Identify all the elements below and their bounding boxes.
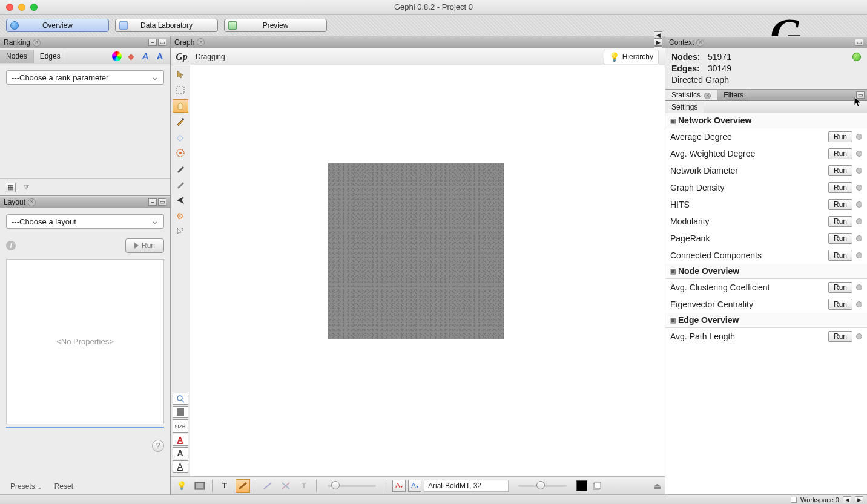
run-button[interactable]: Run — [828, 299, 852, 310]
attributes-config-icon[interactable] — [591, 480, 603, 492]
run-button[interactable]: Run — [828, 182, 852, 193]
section-network-overview[interactable]: ▣Network Overview — [665, 113, 867, 128]
label-color-icon[interactable]: A — [140, 51, 151, 62]
painter-tool-icon[interactable] — [173, 146, 188, 160]
status-dot-icon[interactable] — [856, 201, 862, 208]
font-color-mode-icon[interactable]: A▾ — [408, 480, 421, 492]
edge-weight-slider[interactable] — [328, 485, 376, 487]
lock-icon[interactable]: ⏏ — [653, 481, 661, 491]
font-selector[interactable]: Arial-BoldMT, 32 — [424, 480, 509, 492]
show-node-labels-icon[interactable]: T — [217, 479, 232, 493]
info-icon[interactable]: i — [6, 241, 16, 250]
run-button[interactable]: Run — [828, 233, 852, 244]
nav-prev-button[interactable]: ◀ — [654, 31, 662, 39]
label-size-icon[interactable]: A — [154, 51, 165, 62]
layout-dropdown[interactable]: ---Choose a layout — [6, 214, 164, 229]
reset-label-color-icon[interactable]: A — [173, 434, 188, 446]
close-icon[interactable]: × — [704, 93, 711, 99]
status-dot-icon[interactable] — [856, 134, 862, 140]
ranking-tab-edges[interactable]: Edges — [34, 50, 67, 63]
run-button[interactable]: Run — [828, 216, 852, 227]
tab-preview[interactable]: Preview — [224, 19, 327, 32]
graph-tab[interactable]: Graph — [174, 38, 194, 47]
status-dot-icon[interactable] — [856, 185, 862, 191]
screenshot-icon[interactable] — [193, 479, 207, 493]
workspace-next-button[interactable]: ▶ — [855, 496, 863, 503]
minimize-panel-button[interactable]: – — [148, 198, 157, 206]
nav-next-button[interactable]: ▶ — [654, 39, 662, 46]
show-edge-labels-icon[interactable]: T — [297, 479, 311, 493]
label-size-slider[interactable] — [518, 485, 567, 487]
diamond-icon[interactable]: ◆ — [125, 51, 136, 62]
status-dot-icon[interactable] — [856, 218, 862, 224]
reset-button[interactable]: Reset — [50, 480, 77, 493]
run-button[interactable]: Run — [828, 331, 852, 342]
font-size-mode-icon[interactable]: A▾ — [392, 480, 406, 492]
show-edges-icon[interactable] — [236, 479, 250, 493]
run-button[interactable]: Run — [828, 199, 852, 210]
run-button[interactable]: Run — [828, 282, 852, 293]
context-body: Nodes: 51971 Edges: 30149 Directed Graph — [665, 48, 867, 89]
maximize-panel-button[interactable]: ▭ — [855, 39, 863, 46]
section-edge-overview[interactable]: ▣Edge Overview — [665, 313, 867, 328]
minimize-panel-button[interactable]: – — [148, 39, 157, 46]
help-icon[interactable]: ? — [152, 440, 164, 452]
ranking-tab-nodes[interactable]: Nodes — [0, 50, 34, 63]
close-icon[interactable]: × — [696, 39, 704, 47]
section-node-overview[interactable]: ▣Node Overview — [665, 264, 867, 279]
brush-tool-icon[interactable] — [173, 115, 188, 128]
reset-size-icon[interactable]: size — [173, 419, 188, 433]
workspace-label[interactable]: Workspace 0 — [800, 496, 839, 503]
status-dot-icon[interactable] — [856, 235, 862, 241]
close-icon[interactable]: × — [28, 198, 36, 206]
run-button[interactable]: Run — [828, 250, 852, 261]
tab-filters[interactable]: Filters — [717, 90, 750, 100]
pencil-tool-icon[interactable] — [173, 162, 188, 175]
close-icon[interactable]: × — [197, 38, 205, 46]
maximize-panel-button[interactable]: ▭ — [158, 198, 166, 206]
rank-parameter-dropdown[interactable]: ---Choose a rank parameter — [6, 70, 164, 85]
filter-icon[interactable]: ⧩ — [21, 183, 31, 192]
reset-label-visible-icon[interactable]: A — [173, 447, 188, 459]
sizer-tool-icon[interactable]: ◇ — [173, 131, 188, 144]
maximize-panel-button[interactable]: ▭ — [856, 91, 865, 99]
status-dot-icon[interactable] — [856, 168, 862, 174]
edge-color-mixed-icon[interactable] — [279, 479, 293, 493]
run-button[interactable]: Run — [828, 148, 852, 159]
svg-line-10 — [264, 483, 271, 489]
tab-data-laboratory[interactable]: Data Laboratory — [115, 19, 218, 32]
hierarchy-button[interactable]: 💡 Hierarchy — [604, 50, 659, 64]
eraser-tool-icon[interactable] — [173, 178, 188, 191]
pointer-tool-icon[interactable] — [173, 68, 188, 81]
reset-label-size-icon[interactable]: A — [173, 460, 188, 473]
tab-overview[interactable]: Overview — [6, 19, 109, 32]
presets-button[interactable]: Presets... — [6, 480, 45, 493]
run-button[interactable]: Run — [828, 165, 852, 176]
gear-tool-icon[interactable]: ⚙ — [173, 209, 188, 223]
color-wheel-icon[interactable] — [112, 51, 122, 61]
table-view-icon[interactable]: ▦ — [5, 183, 16, 192]
tab-statistics[interactable]: Statistics × — [665, 90, 717, 100]
stat-label: Eigenvector Centrality — [670, 299, 753, 309]
workspace-prev-button[interactable]: ◀ — [843, 496, 851, 503]
close-icon[interactable]: × — [33, 39, 41, 47]
status-dot-icon[interactable] — [856, 151, 862, 157]
center-graph-icon[interactable] — [173, 393, 188, 405]
run-button[interactable]: Run — [828, 131, 852, 142]
edge-color-source-icon[interactable] — [260, 479, 275, 493]
whatsthis-tool-icon[interactable]: ? — [173, 225, 188, 238]
status-dot-icon[interactable] — [856, 252, 862, 258]
tab-settings[interactable]: Settings — [665, 102, 704, 113]
rectangle-select-tool-icon[interactable] — [173, 83, 188, 97]
airplane-tool-icon[interactable] — [173, 194, 188, 207]
label-color-swatch[interactable] — [576, 480, 587, 491]
status-dot-icon[interactable] — [856, 333, 862, 339]
layout-run-button[interactable]: Run — [125, 238, 164, 253]
status-dot-icon[interactable] — [856, 284, 862, 290]
status-dot-icon[interactable] — [856, 301, 862, 307]
reset-colors-icon[interactable] — [173, 406, 188, 418]
drag-tool-icon[interactable] — [173, 99, 188, 113]
graph-canvas[interactable] — [190, 65, 665, 476]
lightbulb-toggle-icon[interactable]: 💡 — [174, 479, 189, 493]
maximize-panel-button[interactable]: ▭ — [158, 39, 166, 46]
